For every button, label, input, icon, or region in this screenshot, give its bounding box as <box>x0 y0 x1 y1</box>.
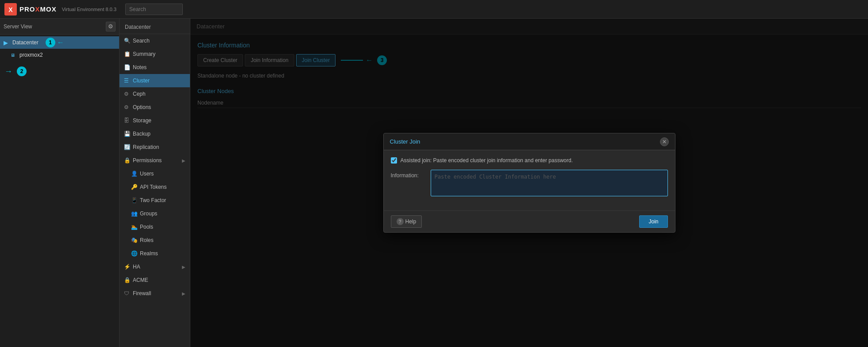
nav-replication-label: Replication <box>133 144 159 150</box>
top-search-input[interactable] <box>125 4 183 15</box>
join-button[interactable]: Join <box>639 215 667 228</box>
left-panel: Server View ⚙ ▶ Datacenter 1 ← 🖥 proxmox… <box>0 19 120 347</box>
pools-nav-icon: 🏊 <box>131 224 137 230</box>
assisted-join-checkbox[interactable] <box>391 157 397 164</box>
nav-item-notes[interactable]: 📄 Notes <box>120 61 190 74</box>
tree-item-proxmox2[interactable]: 🖥 proxmox2 <box>0 49 119 61</box>
nav-item-roles[interactable]: 🎭 Roles <box>120 234 190 247</box>
nav-item-options[interactable]: ⚙ Options <box>120 101 190 114</box>
nav-item-acme[interactable]: 🔒 ACME <box>120 273 190 287</box>
modal-overlay: Cluster Join ✕ Assisted join: Paste enco… <box>190 19 868 347</box>
svg-text:X: X <box>8 6 13 13</box>
nav-item-ceph[interactable]: ⚙ Ceph <box>120 87 190 101</box>
nav-item-pools[interactable]: 🏊 Pools <box>120 220 190 234</box>
nav-item-ha[interactable]: ⚡ HA ▶ <box>120 260 190 273</box>
brand-name: PROXMOX <box>19 5 57 13</box>
assisted-join-label: Assisted join: Paste encoded cluster joi… <box>401 157 573 164</box>
assisted-join-row: Assisted join: Paste encoded cluster joi… <box>391 157 668 164</box>
firewall-nav-icon: 🛡 <box>124 290 130 296</box>
nav-item-two-factor[interactable]: 📱 Two Factor <box>120 194 190 207</box>
annotation-bubble-1: 1 <box>46 38 55 47</box>
dialog-footer: ? Help Join <box>384 211 675 232</box>
nav-item-realms[interactable]: 🌐 Realms <box>120 247 190 260</box>
nav-item-api-tokens[interactable]: 🔑 API Tokens <box>120 180 190 194</box>
nav-item-groups[interactable]: 👥 Groups <box>120 207 190 220</box>
nav-pools-label: Pools <box>140 224 153 230</box>
gear-button[interactable]: ⚙ <box>106 22 116 31</box>
cluster-join-dialog: Cluster Join ✕ Assisted join: Paste enco… <box>383 133 675 233</box>
permissions-nav-icon: 🔒 <box>124 157 130 164</box>
server-view-label: Server View <box>4 23 103 30</box>
nav-two-factor-label: Two Factor <box>140 197 166 203</box>
nav-groups-label: Groups <box>140 211 157 217</box>
tree-datacenter-label: Datacenter <box>12 39 39 46</box>
permissions-expand-icon: ▶ <box>182 158 185 163</box>
nav-summary-label: Summary <box>133 51 155 57</box>
roles-nav-icon: 🎭 <box>131 237 137 243</box>
cluster-nav-icon: ☰ <box>124 78 130 84</box>
backup-nav-icon: 💾 <box>124 131 130 137</box>
tree-node-label: proxmox2 <box>19 52 43 58</box>
users-nav-icon: 👤 <box>131 171 137 177</box>
annotation-arrow-2: → <box>4 67 12 76</box>
server-view-bar: Server View ⚙ <box>0 19 119 35</box>
search-nav-icon: 🔍 <box>124 38 130 44</box>
nav-search-label: Search <box>133 38 150 44</box>
proxmox-logo-icon: X <box>4 3 17 16</box>
nav-header: Datacenter <box>120 20 190 34</box>
tree-item-datacenter[interactable]: ▶ Datacenter 1 ← <box>0 36 119 49</box>
storage-nav-icon: 🗄 <box>124 117 130 124</box>
nav-item-users[interactable]: 👤 Users <box>120 167 190 180</box>
nav-notes-label: Notes <box>133 64 147 70</box>
help-label: Help <box>405 218 417 225</box>
nav-item-replication[interactable]: 🔄 Replication <box>120 140 190 154</box>
info-row: Information: <box>391 170 668 196</box>
logo-area: X PROXMOX Virtual Environment 8.0.3 <box>4 3 116 16</box>
nav-item-firewall[interactable]: 🛡 Firewall ▶ <box>120 287 190 300</box>
replication-nav-icon: 🔄 <box>124 144 130 150</box>
dialog-close-button[interactable]: ✕ <box>660 137 669 146</box>
ceph-nav-icon: ⚙ <box>124 91 130 97</box>
topbar: X PROXMOX Virtual Environment 8.0.3 <box>0 0 868 19</box>
nav-item-permissions[interactable]: 🔒 Permissions ▶ <box>120 154 190 167</box>
nav-item-summary[interactable]: 📋 Summary <box>120 47 190 61</box>
notes-nav-icon: 📄 <box>124 64 130 70</box>
nav-item-backup[interactable]: 💾 Backup <box>120 127 190 140</box>
annotation-bubble-2: 2 <box>17 66 27 76</box>
information-label: Information: <box>391 170 426 179</box>
annotation-2-group: → 2 <box>0 65 119 78</box>
options-nav-icon: ⚙ <box>124 104 130 110</box>
information-textarea[interactable] <box>431 170 668 196</box>
nav-storage-label: Storage <box>133 117 151 124</box>
nav-api-tokens-label: API Tokens <box>140 184 166 190</box>
summary-nav-icon: 📋 <box>124 51 130 57</box>
groups-nav-icon: 👥 <box>131 211 137 217</box>
annotation-1-group: 1 ← <box>44 38 64 47</box>
nav-panel: Datacenter 🔍 Search 📋 Summary 📄 Notes ☰ … <box>120 19 190 347</box>
help-icon: ? <box>397 218 404 225</box>
nav-item-storage[interactable]: 🗄 Storage <box>120 114 190 127</box>
nav-item-cluster[interactable]: ☰ Cluster <box>120 74 190 87</box>
api-tokens-nav-icon: 🔑 <box>131 184 137 190</box>
nav-backup-label: Backup <box>133 131 150 137</box>
node-tree-icon: 🖥 <box>11 53 18 58</box>
help-button[interactable]: ? Help <box>391 215 422 228</box>
firewall-expand-icon: ▶ <box>182 291 185 296</box>
realms-nav-icon: 🌐 <box>131 250 137 257</box>
nav-acme-label: ACME <box>133 277 148 283</box>
tree-area: ▶ Datacenter 1 ← 🖥 proxmox2 <box>0 35 119 63</box>
nav-cluster-label: Cluster <box>133 78 150 84</box>
nav-firewall-label: Firewall <box>133 290 151 296</box>
nav-realms-label: Realms <box>140 250 158 257</box>
nav-options-label: Options <box>133 104 151 110</box>
dialog-header: Cluster Join ✕ <box>384 133 675 150</box>
nav-permissions-label: Permissions <box>133 157 162 164</box>
annotation-arrow-1: ← <box>57 39 64 47</box>
dialog-title: Cluster Join <box>390 138 660 145</box>
ha-nav-icon: ⚡ <box>124 264 130 270</box>
product-name: Virtual Environment 8.0.3 <box>62 7 116 12</box>
dialog-body: Assisted join: Paste encoded cluster joi… <box>384 150 675 211</box>
datacenter-tree-icon: ▶ <box>4 39 11 46</box>
ha-expand-icon: ▶ <box>182 265 185 269</box>
nav-item-search[interactable]: 🔍 Search <box>120 34 190 47</box>
